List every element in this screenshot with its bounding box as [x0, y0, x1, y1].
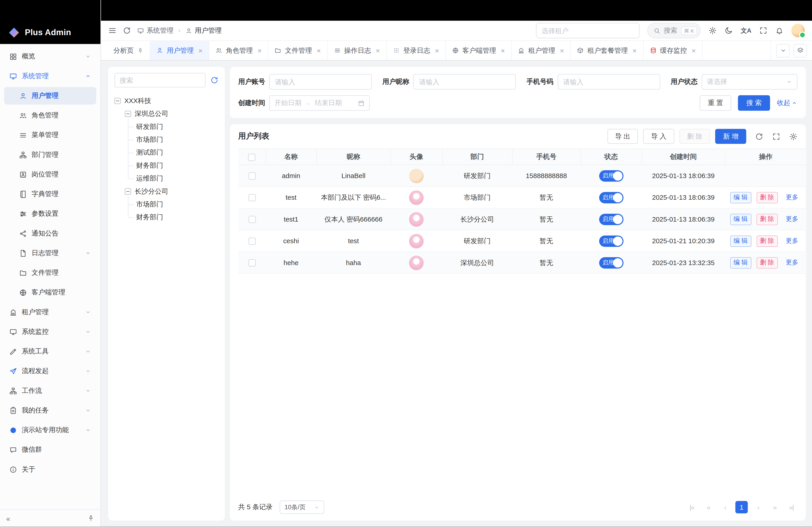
refresh-icon[interactable] [123, 26, 131, 35]
tree-node-leaf[interactable]: 财务部门 [114, 159, 218, 172]
prev-group-button[interactable]: « [702, 501, 714, 513]
fullscreen-icon[interactable] [759, 26, 768, 35]
sidebar-item-about[interactable]: 关于 [4, 461, 96, 478]
close-icon[interactable]: × [317, 47, 321, 54]
close-icon[interactable]: × [435, 47, 439, 54]
refresh-icon[interactable] [210, 76, 219, 84]
phone-input[interactable] [557, 74, 660, 90]
sidebar-item-my-tasks[interactable]: 我的任务 [4, 402, 96, 419]
close-icon[interactable]: × [376, 47, 380, 54]
tree-node-branch[interactable]: 长沙分公司 [114, 185, 218, 198]
sidebar-item-flow-start[interactable]: 流程发起 [4, 362, 96, 380]
tree-node-root[interactable]: XXX科技 [114, 94, 218, 107]
tab-list-dropdown-button[interactable] [777, 44, 790, 57]
global-search-button[interactable]: 搜索 ⌘ K [647, 23, 701, 38]
row-checkbox[interactable] [248, 194, 256, 201]
row-checkbox[interactable] [248, 238, 256, 245]
sidebar-item-file-mgmt[interactable]: 文件管理 [4, 264, 96, 282]
sidebar-item-client-mgmt[interactable]: 客户端管理 [4, 284, 96, 301]
close-icon[interactable]: × [560, 47, 564, 54]
sidebar-item-role-mgmt[interactable]: 角色管理 [4, 107, 96, 124]
first-page-button[interactable]: |« [686, 501, 698, 513]
tab-client-mgmt[interactable]: 客户端管理 × [446, 41, 512, 60]
last-page-button[interactable]: »| [785, 501, 798, 513]
moon-icon[interactable] [725, 26, 733, 35]
collapse-filters-link[interactable]: 收起 [777, 98, 798, 107]
status-toggle[interactable]: 启用 [599, 170, 623, 181]
sidebar-item-notice[interactable]: 通知公告 [4, 225, 96, 242]
close-icon[interactable]: × [198, 47, 203, 54]
tab-cache-monitor[interactable]: 缓存监控 × [643, 41, 702, 60]
tab-role-mgmt[interactable]: 角色管理 × [209, 41, 269, 60]
tree-node-leaf[interactable]: 财务部门 [114, 211, 218, 223]
pin-icon[interactable] [137, 47, 143, 54]
close-icon[interactable]: × [501, 47, 505, 54]
tree-collapse-icon[interactable] [125, 188, 131, 195]
tree-node-leaf[interactable]: 测试部门 [114, 146, 218, 159]
tab-operation-log[interactable]: 操作日志 × [328, 41, 387, 60]
search-button[interactable]: 搜 索 [738, 95, 770, 111]
delete-row-button[interactable]: 删 除 [756, 235, 778, 246]
translate-icon[interactable]: 文A [741, 26, 751, 35]
delete-row-button[interactable]: 删 除 [756, 257, 778, 269]
tree-node-leaf[interactable]: 研发部门 [114, 120, 218, 133]
status-toggle[interactable]: 启用 [599, 235, 623, 246]
sidebar-item-system-monitor[interactable]: 系统监控 [4, 323, 96, 341]
edit-button[interactable]: 编 辑 [730, 257, 751, 269]
sidebar-item-dept-mgmt[interactable]: 部门管理 [4, 146, 96, 163]
sidebar-item-system-mgmt[interactable]: 系统管理 [4, 67, 96, 85]
hamburger-menu-icon[interactable] [108, 26, 117, 35]
sidebar-item-log-mgmt[interactable]: 日志管理 [4, 244, 96, 262]
delete-row-button[interactable]: 删 除 [756, 213, 778, 225]
fullscreen-icon[interactable] [772, 132, 780, 141]
status-toggle[interactable]: 启用 [599, 257, 623, 269]
tree-node-leaf[interactable]: 市场部门 [114, 198, 218, 211]
select-all-checkbox[interactable] [248, 153, 255, 161]
row-checkbox[interactable] [248, 259, 256, 267]
tab-analysis[interactable]: 分析页 [107, 41, 150, 60]
row-checkbox[interactable] [248, 216, 256, 223]
sidebar-collapse-button[interactable]: « [6, 514, 10, 523]
next-page-button[interactable]: › [752, 501, 765, 513]
prev-page-button[interactable]: ‹ [719, 501, 731, 513]
gear-icon[interactable] [709, 26, 717, 35]
delete-button[interactable]: 删 除 [679, 129, 710, 144]
tab-tenant-mgmt[interactable]: 租户管理 × [512, 41, 571, 60]
tenant-select-input[interactable] [536, 23, 639, 38]
close-icon[interactable]: × [633, 47, 637, 54]
close-icon[interactable]: × [692, 47, 696, 54]
tab-login-log[interactable]: 登录日志 × [387, 41, 446, 60]
sidebar-item-overview[interactable]: 概览 [4, 48, 96, 65]
sidebar-item-workflow[interactable]: 工作流 [4, 382, 96, 400]
status-toggle[interactable]: 启用 [599, 213, 623, 225]
delete-row-button[interactable]: 删 除 [756, 192, 778, 203]
tab-layout-button[interactable] [793, 44, 807, 57]
tree-search-input[interactable] [114, 73, 205, 88]
tree-collapse-icon[interactable] [114, 97, 121, 104]
add-button[interactable]: 新 增 [715, 129, 746, 144]
next-group-button[interactable]: » [768, 501, 781, 513]
gear-icon[interactable] [789, 132, 798, 141]
status-toggle[interactable]: 启用 [599, 192, 623, 203]
tab-file-mgmt[interactable]: 文件管理 × [269, 41, 328, 60]
sidebar-item-demo-features[interactable]: 演示站专用功能 [4, 421, 96, 439]
tab-tenant-package-mgmt[interactable]: 租户套餐管理 × [571, 41, 643, 60]
refresh-icon[interactable] [755, 132, 763, 141]
sidebar-item-menu-mgmt[interactable]: 菜单管理 [4, 126, 96, 144]
sidebar-item-system-tools[interactable]: 系统工具 [4, 343, 96, 360]
page-size-select[interactable]: 10条/页 [280, 500, 324, 514]
nickname-input[interactable] [414, 74, 516, 90]
current-page[interactable]: 1 [735, 501, 748, 513]
import-button[interactable]: 导 入 [643, 129, 674, 144]
edit-button[interactable]: 编 辑 [730, 192, 751, 203]
account-input[interactable] [269, 74, 372, 90]
tab-user-mgmt[interactable]: 用户管理 × [150, 41, 209, 60]
export-button[interactable]: 导 出 [607, 129, 638, 144]
tree-node-leaf[interactable]: 运维部门 [114, 172, 218, 185]
date-range-picker[interactable]: 开始日期 → 结束日期 [269, 95, 370, 111]
edit-button[interactable]: 编 辑 [730, 235, 751, 246]
tree-node-branch[interactable]: 深圳总公司 [114, 107, 218, 120]
sidebar-pin-button[interactable] [88, 515, 94, 522]
sidebar-item-wechat-group[interactable]: 微信群 [4, 441, 96, 458]
close-icon[interactable]: × [258, 47, 262, 54]
